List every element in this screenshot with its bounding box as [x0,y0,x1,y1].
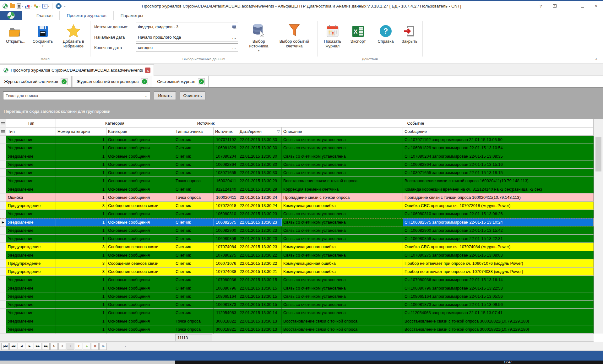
table-row[interactable]: ▶Уведомление1Основные сообщенияСчетчик10… [0,218,594,226]
grid-cell[interactable]: 22.01.2015 13:30:24 [238,193,282,202]
grid-cell[interactable]: Сч.108065164 запрограммирован 22-01-15 1… [403,292,594,301]
table-row[interactable]: Предупреждение3Сообщения сеансов связиСч… [0,268,594,276]
first-record-button[interactable]: |◀◀ [1,343,9,350]
grid-cell[interactable]: Прибор не отвечает при опросе сч. 106071… [403,259,594,268]
row-indicator[interactable] [0,301,6,309]
start-date-picker-button[interactable]: ... [231,34,238,41]
tab-journal-view[interactable]: Просмотр журналов [59,11,113,20]
grid-cell[interactable]: Прибор не отвечает при опросе сч. 107074… [403,268,594,276]
grid-cell[interactable]: Основные сообщения [106,292,174,301]
grid-cell[interactable]: 160020411 [214,193,238,202]
grid-cell[interactable]: Основные сообщения [106,235,174,243]
combo-dropdown-icon[interactable]: ⌄ [145,94,150,97]
grid-cell[interactable]: 812124140 [214,185,238,193]
grid-cell[interactable]: 1 [56,177,106,185]
app-logo-icon[interactable] [3,3,8,9]
grid-cell[interactable]: 1 [56,136,106,144]
grid-cell[interactable]: Ошибка CRC при опросе сч. 107074084 (мод… [403,243,594,251]
help-ribbon-button[interactable]: ? Справка [374,21,398,44]
filter-icon[interactable]: ▽ [277,129,280,133]
save-button[interactable]: Сохранить ▾ [30,21,56,48]
end-date-field[interactable]: сегодня ... [136,43,238,52]
row-indicator[interactable] [0,152,6,160]
grid-cell[interactable]: 3 [56,243,106,251]
checked-icon[interactable]: ✓ [198,78,205,85]
grid-cell[interactable]: 106082900 [214,226,238,235]
table-row[interactable]: Уведомление1Основные сообщенияСчетчик106… [0,284,594,292]
grid-cell[interactable]: 22.01.2015 13:30:30 [238,136,282,144]
export-button[interactable]: X Экспорт [347,21,369,44]
grid-cell[interactable]: Основные сообщения [106,309,174,317]
grid-cell[interactable]: Счетчик [174,160,214,169]
grid-cell[interactable]: Уведомление [6,301,56,309]
grid-cell[interactable]: Связь со счетчиком установлена [282,235,403,243]
grid-cell[interactable]: 1 [56,325,106,334]
grid-cell[interactable]: 1 [56,210,106,218]
find-button[interactable]: ∞ [99,343,107,350]
row-indicator[interactable] [0,160,6,169]
grid-cell[interactable]: Коммуникационная ошибка [282,243,403,251]
grid-cell[interactable]: Восстановление связи с точкой опроса 160… [403,177,594,185]
tab-system-journal[interactable]: Системный журнал ✓ [153,76,209,87]
grid-cell[interactable]: Счетчик [174,226,214,235]
grid-cell[interactable]: Уведомление [6,160,56,169]
grid-cell[interactable]: Точка опроса [174,325,214,334]
row-indicator[interactable] [0,226,6,235]
restore-button[interactable] [575,2,589,10]
grid-cell[interactable]: 22.01.2015 13:30:24 [238,202,282,210]
grid-cell[interactable]: Связь со счетчиком установлена [282,152,403,160]
grid-cell[interactable]: Сч.107071192 запрограммирован 22-01-15 1… [403,136,594,144]
grid-cell[interactable]: Связь со счетчиком установлена [282,210,403,218]
grid-cell[interactable]: Счетчик [174,251,214,259]
grid-cell[interactable]: Уведомление [6,218,56,226]
grid-cell[interactable]: 22.01.2015 13:30:30 [238,144,282,152]
vertical-scrollbar-thumb[interactable] [595,137,601,171]
grid-cell[interactable]: Сч.106082864 запрограммирован 22-01-15 1… [403,160,594,169]
grid-cell[interactable]: 160020411 [214,177,238,185]
row-indicator[interactable]: ▶ [0,218,6,226]
grid-cell[interactable]: Счетчик [174,218,214,226]
next-page-button[interactable]: ▶▶ [34,343,41,350]
grid-cell[interactable]: Восстановление связи с точкой опроса [282,325,403,334]
grid-cell[interactable]: Основные сообщения [106,226,174,235]
grid-cell[interactable]: Сч.107080036 запрограммирован 22-01-15 1… [403,276,594,284]
grid-cell[interactable]: 106081873 [214,301,238,309]
grid-cell[interactable]: Основные сообщения [106,284,174,292]
row-indicator[interactable] [0,309,6,317]
grid-cell[interactable]: Основные сообщения [106,144,174,152]
grid-cell[interactable]: 107080204 [214,152,238,160]
tab-main[interactable]: Главная [30,11,59,20]
grid-cell[interactable]: Восстановление связи с точкой опроса 300… [403,325,594,334]
table-row[interactable]: Уведомление1Основные сообщенияСчетчик812… [0,185,594,193]
grid-cell[interactable]: Основные сообщения [106,169,174,177]
grid-cell[interactable]: 22.01.2015 13:30:22 [238,259,282,268]
grid-cell[interactable]: Сч.107080275 запрограммирован 22-01-15 1… [403,251,594,259]
grid-cell[interactable]: Уведомление [6,235,56,243]
end-date-picker-button[interactable]: ... [231,44,238,51]
grid-cell[interactable]: Сч.106080796 запрограммирован 22-01-15 1… [403,284,594,292]
grid-cell[interactable]: 3 [56,268,106,276]
grid-cell[interactable]: Пропадание связи с точкой опроса [282,193,403,202]
grid-cell[interactable]: 108065164 [214,292,238,301]
ribbon-collapse-icon[interactable]: ∧ [595,57,597,61]
pin-window-button[interactable]: ↑ [548,2,562,10]
grid-cell[interactable]: Уведомление [6,226,56,235]
form-list-icon[interactable]: ▾ [17,3,23,8]
grid-cell[interactable]: 103071655 [214,169,238,177]
row-indicator[interactable] [0,284,6,292]
row-indicator[interactable] [0,193,6,202]
last-record-button[interactable]: ▶▶| [42,343,50,350]
table-row[interactable]: Уведомление1Основные сообщенияТочка опро… [0,317,594,325]
grid-cell[interactable]: Основные сообщения [106,152,174,160]
row-indicator[interactable] [0,317,6,325]
application-button[interactable] [0,11,22,20]
grid-cell[interactable]: Коммуникационная ошибка [282,259,403,268]
table-row[interactable]: Уведомление1Основные сообщенияСчетчик106… [0,144,594,152]
grid-cell[interactable]: 106082864 [214,160,238,169]
grid-cell[interactable]: Предупреждение [6,259,56,268]
append-record-disabled-button[interactable]: ✳ [67,343,74,350]
grid-cell[interactable]: 22.01.2015 13:30:23 [238,218,282,226]
grid-cell[interactable]: 1 [56,144,106,152]
map-points-icon[interactable]: ▾ [34,4,41,8]
grid-cell[interactable]: Восстановление связи с точкой опроса 300… [403,317,594,325]
